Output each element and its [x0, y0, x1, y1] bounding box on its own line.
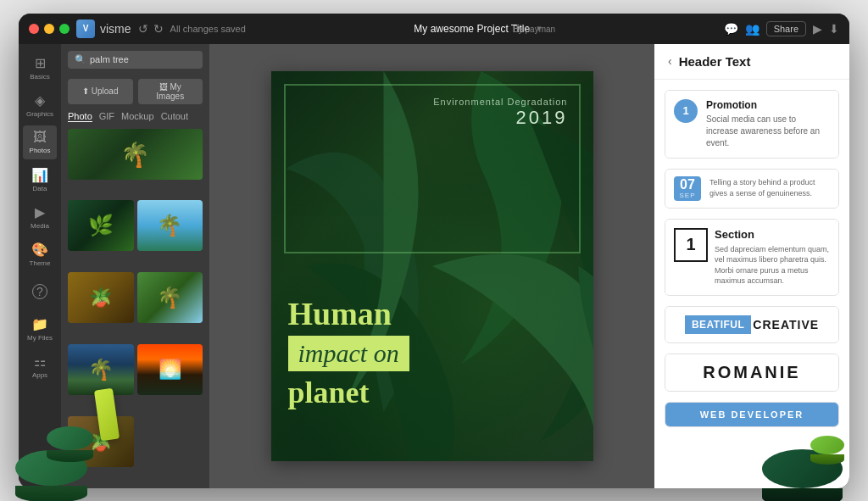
date-number: 07 [679, 178, 696, 192]
sidebar-item-graphics[interactable]: ◈ Graphics [23, 88, 57, 122]
slide-heading-line2-wrapper: impact on [288, 336, 409, 371]
media-tabs: Photo GIF Mockup Cutout [61, 108, 209, 125]
icon-sidebar: ⊞ Basics ◈ Graphics 🖼 Photos 📊 Data ▶ [19, 44, 61, 488]
section-title: Section [715, 228, 830, 241]
webdev-card-inner: WEB DEVELOPER [665, 403, 838, 426]
tab-mockup[interactable]: Mockup [121, 111, 154, 122]
media-item[interactable] [68, 200, 134, 251]
minimize-button[interactable] [44, 24, 54, 34]
sidebar-item-apps[interactable]: ⚏ Apps [23, 349, 57, 383]
visme-icon: V [76, 19, 95, 38]
fullscreen-button[interactable] [59, 24, 70, 34]
date-box: 07 SEP [674, 176, 701, 201]
theme-icon: 🎨 [31, 242, 48, 258]
search-icon: 🔍 [75, 54, 86, 65]
slide-heading-line2: impact on [298, 339, 399, 367]
creative-card-inner: BEATIFUL CREATIVE [665, 307, 838, 342]
promo-description: Social media can use to increase awarene… [706, 114, 830, 149]
play-icon[interactable]: ▶ [813, 22, 822, 36]
romanie-card[interactable]: ROMANIE [665, 353, 839, 392]
top-bar-right: 💬 👥 Share ▶ ⬇ [724, 21, 839, 36]
promo-number-badge: 1 [674, 99, 698, 123]
panel-content: 1 Promotion Social media can use to incr… [654, 80, 849, 437]
sidebar-item-myfiles[interactable]: 📁 My Files [23, 312, 57, 346]
sidebar-item-data[interactable]: 📊 Data [23, 163, 57, 197]
creative-card[interactable]: BEATIFUL CREATIVE [665, 306, 839, 343]
folder-icon: 📁 [31, 316, 48, 332]
section-description: Sed dapreciam elementum quam, vel maximu… [715, 244, 830, 287]
comment-icon[interactable]: 💬 [724, 22, 738, 36]
promo-text-area: Promotion Social media can use to increa… [706, 99, 830, 149]
media-search-area: 🔍 ✕ [61, 44, 209, 75]
canvas-area[interactable]: Environmental Degradation 2019 Human imp… [209, 44, 654, 488]
media-item[interactable] [68, 129, 203, 180]
search-box: 🔍 ✕ [68, 51, 203, 69]
media-item[interactable] [68, 344, 134, 395]
creative-label1: BEATIFUL [685, 315, 751, 334]
sidebar-item-theme[interactable]: 🎨 Theme [23, 237, 57, 271]
romanie-card-inner: ROMANIE [665, 354, 838, 391]
webdev-card[interactable]: WEB DEVELOPER [665, 402, 839, 427]
promotion-card[interactable]: 1 Promotion Social media can use to incr… [665, 90, 839, 159]
back-button[interactable]: ‹ [668, 54, 672, 68]
slide-subtitle: Environmental Degradation [433, 97, 567, 107]
close-button[interactable] [29, 24, 39, 34]
section-card-inner: 1 Section Sed dapreciam elementum quam, … [665, 220, 838, 295]
download-icon[interactable]: ⬇ [829, 22, 839, 36]
undo-icon[interactable]: ↺ [138, 22, 148, 36]
media-item[interactable] [137, 272, 203, 323]
top-bar-center: My awesome Project Title ▾ By payman [253, 23, 717, 35]
slide-main-text: Human impact on planet [288, 297, 576, 410]
media-item[interactable] [137, 344, 203, 395]
laptop-screen: V visme ↺ ↻ All changes saved My awesome… [19, 14, 849, 488]
right-panel: ‹ Header Text 1 Promotion Social media c… [654, 44, 849, 488]
date-description: Telling a story behind a product gives a… [709, 177, 830, 198]
slide-heading-line1: Human [288, 297, 576, 332]
tab-gif[interactable]: GIF [99, 111, 114, 122]
slide-heading-line3: planet [288, 375, 576, 410]
date-card-inner: 07 SEP Telling a story behind a product … [665, 170, 838, 208]
search-input[interactable] [90, 54, 207, 64]
section-card[interactable]: 1 Section Sed dapreciam elementum quam, … [665, 219, 839, 296]
redo-icon[interactable]: ↻ [153, 22, 164, 36]
photos-icon: 🖼 [33, 130, 47, 145]
users-icon: 👥 [745, 22, 760, 36]
my-images-button[interactable]: 🖼 My Images [138, 79, 203, 104]
date-card[interactable]: 07 SEP Telling a story behind a product … [665, 169, 839, 209]
date-month: SEP [679, 192, 696, 199]
share-button[interactable]: Share [766, 21, 806, 36]
slide-canvas: Environmental Degradation 2019 Human imp… [271, 71, 593, 461]
visme-logo: V visme [76, 19, 131, 38]
data-icon: 📊 [31, 167, 48, 183]
basics-icon: ⊞ [35, 55, 46, 71]
creative-label2: CREATIVE [753, 318, 819, 331]
media-item[interactable] [68, 416, 134, 467]
webdev-text: WEB DEVELOPER [700, 409, 804, 420]
promo-card-inner: 1 Promotion Social media can use to incr… [665, 91, 838, 158]
sidebar-item-media[interactable]: ▶ Media [23, 200, 57, 234]
media-item[interactable] [68, 272, 134, 323]
section-text-area: Section Sed dapreciam elementum quam, ve… [715, 228, 830, 287]
section-card-layout: 1 Section Sed dapreciam elementum quam, … [674, 228, 830, 287]
top-bar: V visme ↺ ↻ All changes saved My awesome… [19, 14, 849, 44]
sidebar-item-help[interactable]: ? [23, 275, 57, 309]
app-area: ⊞ Basics ◈ Graphics 🖼 Photos 📊 Data ▶ [19, 44, 849, 488]
visme-wordmark: visme [100, 22, 131, 36]
media-sidebar: 🔍 ✕ ⬆ Upload 🖼 My Images Photo GIF Mocku… [61, 44, 209, 488]
graphics-icon: ◈ [35, 92, 45, 109]
sidebar-item-basics[interactable]: ⊞ Basics [23, 51, 57, 85]
media-grid [61, 125, 209, 488]
upload-button[interactable]: ⬆ Upload [68, 79, 133, 104]
media-item[interactable] [137, 200, 203, 251]
tab-photo[interactable]: Photo [68, 111, 92, 122]
panel-header: ‹ Header Text [654, 44, 849, 80]
saved-status: All changes saved [170, 24, 246, 34]
promo-title: Promotion [706, 99, 830, 111]
tab-cutout[interactable]: Cutout [161, 111, 188, 122]
help-icon: ? [32, 284, 47, 299]
apps-icon: ⚏ [34, 353, 46, 370]
upload-row: ⬆ Upload 🖼 My Images [61, 75, 209, 108]
traffic-lights [29, 24, 70, 34]
sidebar-item-photos[interactable]: 🖼 Photos [23, 125, 57, 159]
romanie-text: ROMANIE [703, 363, 800, 382]
